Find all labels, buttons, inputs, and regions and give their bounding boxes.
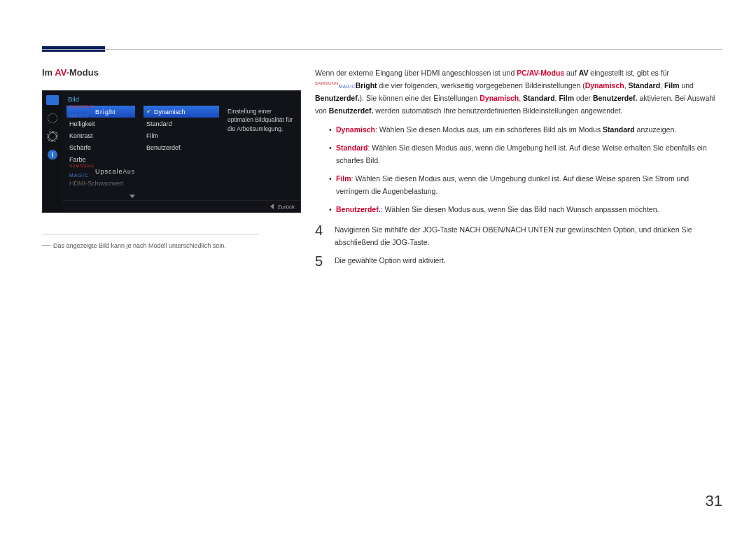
- note-divider: [42, 234, 259, 234]
- osd-sidebar-icons: i: [43, 91, 62, 212]
- row-schaerfe: Schärfe: [66, 141, 135, 153]
- back-arrow-icon: [270, 204, 274, 209]
- bullet-benutzerdef: Benutzerdef.: Wählen Sie diesen Modus au…: [329, 204, 722, 216]
- upscale-value: Aus: [122, 168, 135, 175]
- bullet-standard: Standard: Wählen Sie diesen Modus aus, w…: [329, 142, 722, 167]
- row-helligkeit: Helligkeit: [66, 118, 135, 129]
- heading-suffix: -Modus: [66, 67, 99, 78]
- option-dynamisch: ✔Dynamisch: [144, 106, 219, 118]
- scroll-down-icon: [130, 192, 135, 199]
- heading-av: AV: [55, 67, 66, 78]
- monitor-icon: [46, 95, 59, 105]
- osd-main: Bild SAMSUNGMAGICBright Helligkeit Kontr…: [62, 91, 300, 212]
- upscale-suffix: Upscale: [95, 168, 123, 175]
- osd-back-label: Zurück: [278, 204, 295, 210]
- row-kontrast: Kontrast: [66, 129, 135, 141]
- step-5-number: 5: [315, 253, 335, 269]
- option-standard: Standard: [144, 118, 219, 129]
- settings-icon: [46, 132, 59, 141]
- heading-prefix: Im: [42, 67, 55, 78]
- magic-bright-suffix: Bright: [95, 108, 116, 115]
- note-dash: ―: [42, 240, 50, 250]
- option-film: Film: [144, 129, 219, 141]
- bullet-dynamisch: Dynamisch: Wählen Sie diesen Modus aus, …: [329, 124, 722, 136]
- section-heading: Im AV-Modus: [42, 67, 301, 78]
- step-4-number: 4: [315, 223, 335, 249]
- option-benutzerdef: Benutzerdef.: [144, 141, 219, 153]
- osd-description: Einstellung einer optimalen Bildqualität…: [223, 106, 300, 200]
- check-icon: ✔: [146, 108, 151, 115]
- osd-footer: Zurück: [62, 200, 300, 212]
- page-content: Im AV-Modus i Bild SAMSUNGMAGICBright He…: [0, 0, 756, 269]
- osd-columns: SAMSUNGMAGICBright Helligkeit Kontrast S…: [62, 106, 300, 200]
- info-icon: i: [46, 150, 59, 160]
- step-4-text: Navigieren Sie mithilfe der JOG-Taste NA…: [335, 223, 722, 249]
- brightness-icon: [46, 113, 59, 123]
- right-column: Wenn der externe Eingang über HDMI anges…: [301, 67, 722, 269]
- osd-title: Bild: [62, 91, 300, 106]
- osd-col-settings: SAMSUNGMAGICBright Helligkeit Kontrast S…: [62, 106, 139, 200]
- header-divider: [42, 49, 722, 50]
- inline-magic-bright: SAMSUNGMAGIC: [315, 81, 356, 90]
- row-hdmi: HDMI-Schwarzwert: [66, 177, 135, 189]
- page-number: 31: [706, 492, 722, 510]
- step-4: 4 Navigieren Sie mithilfe der JOG-Taste …: [315, 223, 722, 249]
- row-magic-upscale: SAMSUNGMAGICUpscale Aus: [66, 165, 135, 177]
- left-column: Im AV-Modus i Bild SAMSUNGMAGICBright He…: [42, 67, 301, 269]
- bullet-film: Film: Wählen Sie diesen Modus aus, wenn …: [329, 173, 722, 198]
- intro-paragraph: Wenn der externe Eingang über HDMI anges…: [315, 67, 722, 117]
- row-magic-bright: SAMSUNGMAGICBright: [66, 106, 135, 118]
- bullet-list: Dynamisch: Wählen Sie diesen Modus aus, …: [329, 124, 722, 216]
- step-5: 5 Die gewählte Option wird aktiviert.: [315, 253, 722, 269]
- osd-col-options: ✔Dynamisch Standard Film Benutzerdef.: [139, 106, 223, 200]
- note-text: ―Das angezeigte Bild kann je nach Modell…: [42, 240, 301, 250]
- step-5-text: Die gewählte Option wird aktiviert.: [335, 253, 722, 269]
- osd-menu: i Bild SAMSUNGMAGICBright Helligkeit Kon…: [42, 90, 301, 213]
